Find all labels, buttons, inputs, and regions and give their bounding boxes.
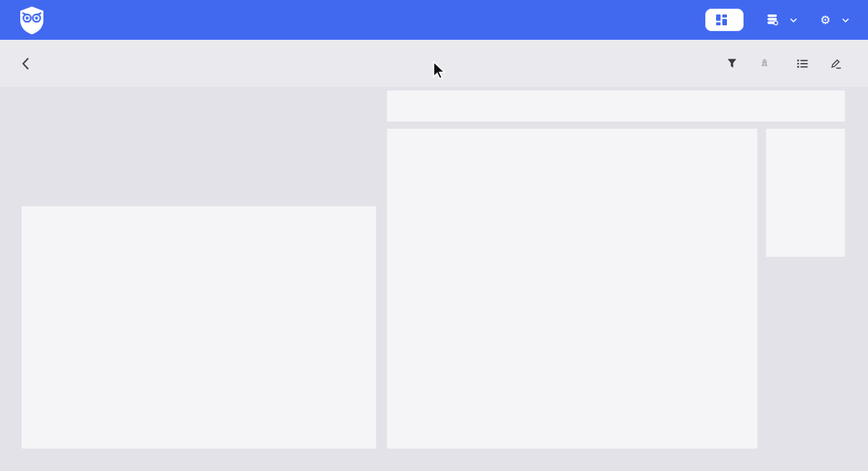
database-icon [767, 14, 778, 25]
bar-chart-legend [387, 417, 757, 424]
chevron-down-icon [790, 18, 797, 22]
edit-pencil-icon [830, 59, 841, 69]
chevron-down-icon [842, 18, 849, 22]
header-actions [727, 59, 846, 69]
top-navbar: ⚙ [0, 0, 868, 40]
pie-chart-card [22, 206, 376, 449]
options-button[interactable] [797, 59, 813, 68]
rocket-icon [760, 59, 770, 69]
metric-control-bar [387, 90, 845, 122]
nav-data-warehouse[interactable] [767, 14, 797, 25]
dashboard-header [0, 40, 868, 87]
options-list-icon [797, 59, 808, 68]
pie-chart-title [22, 206, 376, 221]
nav-settings[interactable]: ⚙ [820, 14, 849, 26]
bar-chart-card [387, 129, 757, 449]
back-arrow-icon[interactable] [22, 57, 30, 70]
brand [19, 6, 53, 35]
date-range-panel [766, 129, 845, 257]
owl-logo-icon [19, 6, 45, 35]
app-root: ⚙ [0, 0, 868, 471]
edit-button[interactable] [830, 59, 846, 69]
bar-chart[interactable] [387, 161, 757, 416]
legend-item [566, 417, 579, 424]
nav-dashboards-button[interactable] [705, 9, 744, 31]
gear-icon: ⚙ [820, 14, 830, 26]
dashboard-grid-icon [716, 14, 727, 25]
nav-right: ⚙ [705, 9, 849, 31]
pie-chart[interactable] [22, 244, 376, 381]
filter-funnel-icon [727, 59, 737, 68]
legend-dot [566, 417, 573, 424]
boost-toggle[interactable] [760, 59, 780, 69]
add-filter-button[interactable] [727, 59, 742, 68]
bar-chart-title [387, 129, 757, 143]
